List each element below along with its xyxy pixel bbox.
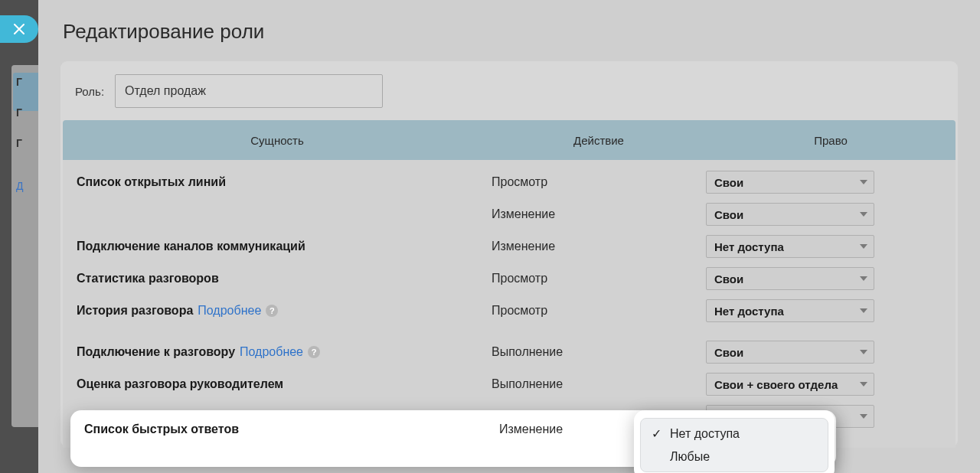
action-label: Выполнение (492, 377, 706, 391)
page-title: Редактирование роли (60, 0, 959, 60)
table-row: Подключение к разговоруПодробнее?Выполне… (63, 336, 956, 368)
role-name-input[interactable] (115, 74, 383, 108)
chevron-down-icon (860, 180, 867, 184)
action-label: Выполнение (492, 345, 706, 359)
right-select-value: Свои (714, 176, 743, 189)
entity-label: Подключение каналов коммуникаций (63, 240, 492, 253)
right-select[interactable]: Свои (706, 267, 874, 290)
right-select-value: Нет доступа (714, 305, 784, 318)
entity-label: История разговораПодробнее? (63, 304, 492, 318)
chevron-down-icon (860, 276, 867, 281)
right-select-value: Нет доступа (714, 240, 784, 253)
right-cell: Нет доступа (706, 299, 956, 322)
right-cell: Свои (706, 341, 956, 364)
right-select-value: Свои (714, 272, 743, 285)
right-cell: Свои (706, 267, 956, 290)
head-entity: Сущность (63, 134, 492, 147)
table-row: Список открытых линийПросмотрСвои (63, 166, 956, 198)
action-label: Изменение (492, 240, 706, 253)
entity-label: Подключение к разговоруПодробнее? (63, 345, 492, 359)
background-panel: Г Г Г Д (11, 65, 42, 427)
action-label: Просмотр (492, 272, 706, 285)
chevron-down-icon (860, 350, 867, 354)
action-label: Изменение (492, 207, 706, 221)
right-select[interactable]: Свои (706, 203, 874, 226)
table-row: ИзменениеСвои (63, 198, 956, 230)
right-dropdown-popup: ✓Нет доступаЛюбые (634, 410, 835, 473)
entity-label: Оценка разговора руководителем (63, 377, 492, 391)
right-select-value: Свои + своего отдела (714, 378, 838, 391)
dropdown-option-label: Любые (670, 450, 710, 464)
role-card: Роль: Сущность Действие Право Список отк… (60, 60, 959, 448)
action-label: Просмотр (492, 175, 706, 189)
more-link[interactable]: Подробнее (198, 304, 261, 318)
right-cell: Нет доступа (706, 235, 956, 258)
right-select[interactable]: Свои (706, 171, 874, 194)
dropdown-option[interactable]: ✓Нет доступа (641, 422, 828, 445)
chevron-down-icon (860, 382, 867, 387)
close-icon (14, 24, 24, 34)
more-link[interactable]: Подробнее (240, 345, 303, 359)
entity-label: Список быстрых ответов (70, 422, 499, 436)
close-button[interactable] (0, 15, 38, 43)
right-select[interactable]: Свои (706, 341, 874, 364)
modal-panel: Редактирование роли Роль: Сущность Дейст… (38, 0, 980, 473)
check-icon: ✓ (652, 426, 664, 441)
chevron-down-icon (860, 244, 867, 249)
right-select-value: Свои (714, 346, 743, 359)
chevron-down-icon (860, 414, 867, 419)
help-icon[interactable]: ? (266, 305, 278, 317)
dropdown-option[interactable]: Любые (641, 445, 828, 468)
right-select-value: Свои (714, 208, 743, 221)
head-right: Право (706, 134, 956, 147)
chevron-down-icon (860, 212, 867, 217)
table-row: Подключение каналов коммуникацийИзменени… (63, 230, 956, 263)
right-cell: Свои (706, 203, 956, 226)
permissions-rows: Список открытых линийПросмотрСвоиИзменен… (63, 160, 956, 448)
permissions-table-head: Сущность Действие Право (63, 120, 956, 160)
table-row: Статистика разговоровПросмотрСвои (63, 263, 956, 295)
right-select[interactable]: Свои + своего отдела (706, 373, 874, 396)
entity-label: Статистика разговоров (63, 272, 492, 285)
role-label: Роль: (75, 85, 104, 98)
dropdown-option-label: Нет доступа (670, 427, 740, 441)
action-label: Просмотр (492, 304, 706, 318)
chevron-down-icon (860, 308, 867, 313)
right-cell: Свои + своего отдела (706, 373, 956, 396)
table-row: Оценка разговора руководителемВыполнение… (63, 368, 956, 400)
role-row: Роль: (60, 74, 959, 120)
table-row: История разговораПодробнее?ПросмотрНет д… (63, 295, 956, 327)
right-select[interactable]: Нет доступа (706, 235, 874, 258)
right-cell: Свои (706, 171, 956, 194)
entity-label: Список открытых линий (63, 175, 492, 189)
right-select[interactable]: Нет доступа (706, 299, 874, 322)
help-icon[interactable]: ? (308, 346, 320, 358)
head-action: Действие (492, 134, 706, 147)
